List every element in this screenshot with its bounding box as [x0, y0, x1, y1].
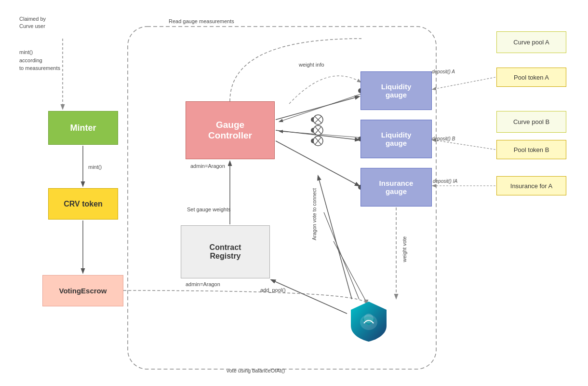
svg-line-5: [276, 130, 359, 140]
insurance-for-a-box: Insurance for A: [496, 176, 566, 195]
voting-escrow-label: VotingEscrow: [59, 287, 107, 295]
admin-aragon2-label: admin=Aragon: [186, 281, 220, 287]
pool-token-b-label: Pool token B: [514, 146, 549, 153]
voting-escrow-box: VotingEscrow: [42, 275, 123, 306]
curve-pool-a-box: Curve pool A: [496, 31, 566, 53]
claimed-by-label: Claimed byCurve user: [19, 15, 46, 30]
mint-according-label: mint()accordingto measurements: [19, 48, 60, 72]
svg-point-24: [313, 125, 323, 135]
svg-point-20: [311, 138, 316, 143]
curve-pool-b-box: Curve pool B: [496, 111, 566, 133]
svg-line-10: [433, 140, 495, 150]
set-gauge-weights-label: Set gauge weights: [187, 207, 231, 212]
minter-label: Minter: [70, 123, 96, 133]
insurance-for-a-label: Insurance for A: [510, 182, 552, 190]
read-gauge-label: Read gauge measurements: [169, 18, 234, 24]
aragon-logo: [347, 299, 390, 340]
svg-line-9: [433, 77, 495, 89]
aragon-vote-label: Aragon vote to connect: [311, 188, 317, 240]
gauge-controller-label: GaugeController: [208, 120, 252, 141]
svg-line-23: [315, 116, 321, 123]
vote-balance-label: vote using balanceOfAt(): [227, 368, 285, 373]
liq-gauge-a-label: Liquiditygauge: [381, 83, 412, 99]
svg-line-26: [315, 127, 321, 134]
svg-line-29: [315, 138, 321, 144]
svg-line-16: [334, 241, 365, 300]
weight-vote-label: weight vote: [401, 236, 407, 262]
svg-line-6: [276, 141, 359, 186]
curve-pool-a-label: Curve pool A: [513, 39, 549, 46]
svg-line-22: [315, 116, 321, 123]
crv-token-label: CRV token: [64, 200, 103, 208]
contract-registry-label: ContractRegistry: [210, 243, 241, 261]
curve-pool-b-label: Curve pool B: [513, 118, 549, 125]
svg-point-19: [311, 128, 316, 133]
liquidity-gauge-b-box: Liquiditygauge: [361, 120, 432, 158]
svg-line-8: [280, 131, 361, 138]
contract-registry-box: ContractRegistry: [181, 225, 270, 278]
mint-call-label: mint(): [88, 164, 102, 170]
svg-point-27: [313, 136, 323, 146]
diagram: Minter CRV token VotingEscrow GaugeContr…: [0, 0, 588, 386]
svg-line-13: [271, 280, 347, 314]
deposit-b-label: deposit() B: [432, 136, 455, 141]
svg-point-21: [313, 115, 323, 124]
gauge-controller-box: GaugeController: [186, 101, 275, 159]
weight-info-label: weight info: [299, 62, 324, 68]
liq-gauge-b-label: Liquiditygauge: [381, 131, 412, 147]
admin-aragon1-label: admin=Aragon: [190, 163, 225, 169]
svg-line-28: [315, 138, 321, 144]
deposit-ia-label: deposit() IA: [433, 179, 457, 184]
svg-line-14: [318, 176, 352, 299]
crv-token-box: CRV token: [48, 188, 118, 220]
svg-line-7: [280, 94, 361, 122]
svg-line-25: [315, 127, 321, 134]
add-pool-label: add_pool(): [260, 287, 286, 293]
pool-token-a-label: Pool token A: [514, 74, 549, 81]
svg-point-18: [311, 117, 316, 122]
deposit-a-label: deposit() A: [432, 69, 455, 74]
pool-token-a-box: Pool token A: [496, 68, 566, 87]
svg-line-15: [324, 212, 359, 299]
pool-token-b-box: Pool token B: [496, 140, 566, 159]
minter-box: Minter: [48, 111, 118, 145]
insurance-gauge-box: Insurancegauge: [361, 168, 432, 207]
liquidity-gauge-a-box: Liquiditygauge: [361, 71, 432, 110]
svg-line-4: [276, 96, 359, 120]
insurance-gauge-label: Insurancegauge: [379, 179, 414, 195]
